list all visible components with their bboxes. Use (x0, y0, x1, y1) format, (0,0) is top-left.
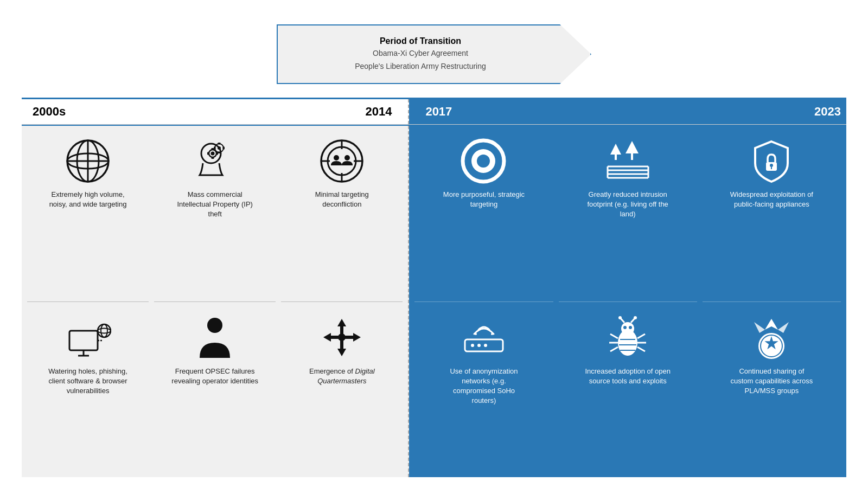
svg-rect-17 (207, 152, 209, 155)
svg-point-63 (621, 322, 634, 335)
svg-point-11 (98, 329, 111, 333)
svg-rect-16 (211, 157, 214, 159)
svg-point-33 (344, 155, 350, 160)
left-item-3-1: Minimal targeting deconfliction (298, 137, 385, 290)
svg-rect-22 (218, 151, 220, 153)
shield-lock-icon (747, 137, 796, 185)
svg-point-74 (623, 326, 627, 329)
svg-rect-53 (615, 155, 617, 160)
svg-line-73 (637, 347, 645, 351)
right-item-1-2-text: Use of anonymization networks (e.g. comp… (441, 367, 527, 406)
svg-point-51 (484, 344, 487, 347)
transition-arrow: Period of Transition Obama-Xi Cyber Agre… (277, 24, 591, 84)
svg-point-47 (491, 333, 493, 335)
svg-rect-41 (344, 336, 353, 339)
content-right: More purposeful, strategic targeting (409, 126, 846, 477)
right-item-3-1: Widespread exploitation of public-facing… (728, 137, 815, 290)
svg-point-49 (471, 344, 474, 347)
person-icon (190, 313, 239, 362)
router-icon (459, 313, 508, 362)
right-item-1-1: More purposeful, strategic targeting (441, 137, 527, 290)
target-group-icon (317, 137, 366, 185)
svg-marker-52 (610, 144, 621, 155)
svg-marker-40 (353, 333, 361, 342)
right-item-1-2: Use of anonymization networks (e.g. comp… (441, 313, 527, 467)
left-item-1-2: Watering holes, phishing, client softwar… (44, 313, 131, 467)
timeline-left: 2000s 2014 (22, 99, 409, 124)
arrow-text: Period of Transition Obama-Xi Cyber Agre… (355, 36, 486, 72)
left-item-3-1-text: Minimal targeting deconfliction (298, 190, 385, 209)
svg-marker-82 (765, 319, 778, 330)
arrow-subtitle-1: Obama-Xi Cyber Agreement (355, 48, 486, 59)
svg-point-25 (207, 318, 222, 333)
svg-rect-21 (218, 143, 220, 145)
svg-marker-34 (337, 319, 346, 326)
divider (281, 301, 403, 302)
svg-point-80 (770, 164, 773, 167)
left-item-1-2-text: Watering holes, phishing, client softwar… (44, 367, 131, 396)
svg-point-50 (477, 344, 481, 347)
bug-icon (603, 313, 652, 362)
svg-rect-15 (211, 148, 214, 150)
arrow-subtitle-2: People's Liberation Army Restructuring (355, 61, 486, 72)
svg-point-14 (210, 151, 214, 155)
svg-point-32 (334, 155, 339, 160)
year-2014: 2014 (354, 105, 408, 119)
arrows-center-icon (317, 313, 366, 362)
right-col-1: More purposeful, strategic targeting (414, 137, 553, 466)
svg-marker-38 (323, 333, 331, 342)
right-item-1-1-text: More purposeful, strategic targeting (441, 190, 527, 209)
svg-point-9 (98, 324, 111, 337)
svg-point-27 (328, 147, 356, 175)
divider (414, 301, 553, 302)
svg-point-45 (477, 155, 490, 168)
divider (559, 301, 697, 302)
svg-point-65 (618, 316, 622, 319)
svg-point-67 (634, 316, 637, 319)
year-2017: 2017 (414, 105, 463, 119)
divider (27, 301, 149, 302)
target-circle-icon (459, 137, 508, 185)
svg-point-46 (475, 333, 477, 335)
content-left: Extremely high volume, noisy, and wide t… (22, 126, 409, 477)
content-section: Extremely high volume, noisy, and wide t… (22, 125, 846, 477)
right-item-2-1: Greatly reduced intrusion footprint (e.g… (584, 137, 671, 290)
svg-marker-83 (754, 322, 765, 333)
globe-icon (63, 137, 112, 185)
head-gears-icon (190, 137, 239, 185)
left-item-1-1: Extremely high volume, noisy, and wide t… (44, 137, 131, 290)
divider (703, 301, 841, 302)
svg-line-71 (637, 334, 645, 338)
right-item-2-2-text: Increased adoption of open source tools … (584, 367, 671, 386)
svg-point-42 (338, 333, 346, 341)
svg-marker-36 (337, 349, 346, 356)
right-item-3-1-text: Widespread exploitation of public-facing… (728, 190, 815, 209)
svg-rect-23 (214, 146, 216, 149)
timeline-right: 2017 2023 (409, 99, 846, 124)
year-2023: 2023 (803, 105, 846, 119)
svg-rect-5 (69, 331, 98, 350)
left-item-3-2-text: Emergence of Digital Quartermasters (298, 367, 385, 386)
left-item-2-1-text: Mass commercial Intellectual Property (I… (171, 190, 258, 220)
year-2000s: 2000s (22, 105, 76, 119)
svg-line-70 (610, 347, 618, 351)
left-item-3-2: Emergence of Digital Quartermasters (298, 313, 385, 467)
right-item-3-2: Continued sharing of custom capabilities… (728, 313, 815, 467)
left-item-2-1: Mass commercial Intellectual Property (I… (171, 137, 258, 290)
svg-point-20 (218, 146, 221, 150)
svg-point-75 (629, 326, 632, 329)
right-item-2-1-text: Greatly reduced intrusion footprint (e.g… (584, 190, 671, 220)
left-item-1-1-text: Extremely high volume, noisy, and wide t… (44, 190, 131, 209)
page: Period of Transition Obama-Xi Cyber Agre… (0, 0, 868, 488)
right-item-2-2: Increased adoption of open source tools … (584, 313, 671, 467)
svg-rect-37 (340, 340, 343, 349)
monitor-globe-icon (63, 313, 112, 362)
svg-line-68 (610, 334, 618, 338)
arrow-title: Period of Transition (355, 36, 486, 46)
left-col-3: Minimal targeting deconfliction (281, 137, 403, 466)
left-col-2: Mass commercial Intellectual Property (I… (154, 137, 276, 466)
arrow-section: Period of Transition Obama-Xi Cyber Agre… (22, 11, 846, 98)
medal-icon (747, 313, 796, 362)
timeline-bar: 2000s 2014 2017 2023 (22, 98, 846, 125)
svg-rect-24 (222, 146, 225, 149)
